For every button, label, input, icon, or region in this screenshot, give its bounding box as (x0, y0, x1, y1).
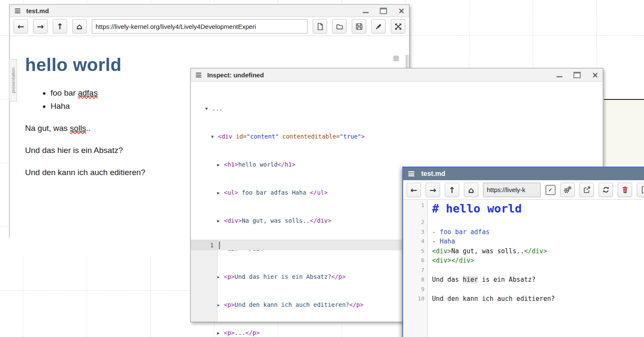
refresh-button[interactable] (599, 183, 613, 197)
delete-button[interactable] (618, 183, 632, 197)
new-file-button[interactable] (637, 183, 644, 197)
editor-line[interactable]: 2 (403, 218, 644, 227)
node-attr: contenteditable= (279, 133, 339, 140)
back-button[interactable]: ← (407, 183, 421, 197)
md-source-heading: # hello world (432, 202, 522, 215)
tree-node[interactable]: ▼<div id="content" contenteditable="true… (191, 132, 603, 141)
maximize-button[interactable] (573, 72, 581, 78)
forward-button[interactable]: → (426, 183, 440, 197)
save-icon (355, 23, 363, 31)
node-text: ... (212, 105, 223, 112)
titlebar: ≡ test.md × (10, 5, 409, 17)
back-button[interactable]: ← (14, 19, 28, 34)
editor-line[interactable]: 4- Haha (403, 237, 644, 246)
line-number: 5 (403, 246, 428, 256)
maximize-icon (573, 72, 581, 78)
auto-update-checkbox[interactable]: ✓ (545, 185, 556, 195)
line-number: 2 (403, 218, 428, 227)
editor-line[interactable]: 8Und das hier is ein Absatz? (403, 275, 644, 285)
settings-button[interactable] (560, 183, 575, 197)
home-icon: ⌂ (76, 22, 82, 31)
highlighted-word: hier (463, 276, 478, 283)
window-markdown-editor: ≡ test.md ← → ↑ ⌂ ✓ (402, 167, 644, 337)
background-panel (604, 99, 644, 164)
node-tag: </ul> (310, 189, 328, 196)
expand-button[interactable] (391, 19, 405, 34)
node-tag: <div> (224, 217, 242, 224)
node-tag: <p> (224, 329, 234, 336)
node-tag: </p> (246, 329, 260, 336)
misspelled-word: solls (70, 124, 86, 133)
line-number: 4 (403, 237, 428, 246)
node-tag: <h1> (224, 161, 238, 168)
expand-triangle-icon[interactable]: ▶ (217, 188, 224, 198)
expand-triangle-icon[interactable]: ▼ (211, 132, 218, 142)
url-input[interactable] (483, 183, 541, 197)
minimize-button[interactable] (556, 73, 562, 77)
new-file-button[interactable] (313, 19, 327, 34)
paragraph-text: Na gut, was (25, 124, 70, 133)
menu-icon[interactable]: ≡ (195, 71, 202, 79)
up-button[interactable]: ↑ (53, 19, 67, 34)
node-tag: > (361, 133, 364, 140)
external-link-icon (583, 186, 591, 194)
new-file-icon (316, 23, 324, 31)
editor-line[interactable]: 5<div>Na gut, was solls..</div> (403, 246, 644, 256)
folder-button[interactable] (332, 19, 347, 34)
editor-line[interactable]: 9 (403, 285, 644, 295)
html-tag: </div> (524, 247, 547, 255)
expand-triangle-icon[interactable]: ▶ (217, 216, 224, 226)
trash-icon (621, 186, 629, 194)
editor-line[interactable]: 10Und den kann ich auch editieren? (403, 294, 644, 304)
minimize-icon (363, 12, 369, 13)
line-number: 7 (403, 266, 428, 275)
home-icon: ⌂ (468, 185, 474, 195)
node-attr-value: "true" (340, 133, 362, 140)
editor-line[interactable]: 1# hello world (403, 200, 644, 218)
minimize-button[interactable] (363, 8, 369, 13)
editor-line[interactable]: 7 (403, 266, 644, 275)
maximize-icon (380, 8, 387, 14)
editor-line[interactable]: 6<div></div> (403, 256, 644, 266)
new-file-icon (640, 186, 644, 194)
scrollbar-thumb[interactable] (393, 56, 399, 61)
close-button[interactable]: × (592, 71, 599, 79)
edit-pencil-icon (375, 23, 383, 31)
window-title: test.md (26, 7, 49, 14)
source-text: is ein Absatz? (478, 276, 535, 283)
line-number: 3 (403, 227, 428, 237)
close-button[interactable]: × (398, 7, 405, 15)
edit-button[interactable] (371, 19, 386, 34)
md-source-list: - Haha (432, 238, 455, 245)
up-button[interactable]: ↑ (445, 183, 459, 197)
node-text: foo bar adfas Haha (238, 189, 310, 196)
editor-line[interactable]: 3- foo bar adfas (403, 227, 644, 237)
expand-arrows-icon (394, 23, 402, 31)
maximize-button[interactable] (380, 8, 387, 14)
markdown-source-editor[interactable]: 1# hello world 2 3- foo bar adfas 4- Hah… (403, 200, 644, 337)
text-cursor (219, 241, 220, 249)
menu-icon[interactable]: ≡ (407, 169, 415, 178)
window-title: Inspect: undefined (207, 71, 264, 79)
home-button[interactable]: ⌂ (464, 183, 478, 197)
up-icon: ↑ (449, 185, 455, 195)
titlebar: ≡ test.md (403, 167, 644, 180)
desktop: ≡ test.md × ← → ↑ ⌂ (0, 0, 644, 337)
expand-triangle-icon[interactable]: ▼ (205, 104, 212, 113)
window-title: test.md (421, 170, 445, 178)
menu-icon[interactable]: ≡ (14, 6, 21, 15)
save-button[interactable] (352, 19, 366, 34)
minimize-icon (556, 76, 562, 77)
line-number-gutter (191, 240, 217, 322)
titlebar: ≡ Inspect: undefined × (191, 68, 603, 82)
tree-node[interactable]: ▼... (191, 104, 603, 113)
open-external-button[interactable] (579, 183, 594, 197)
forward-button[interactable]: → (33, 19, 48, 34)
expand-triangle-icon[interactable]: ▶ (217, 160, 224, 170)
url-input[interactable] (92, 19, 308, 34)
navigation-toolbar: ← → ↑ ⌂ ✓ (403, 180, 644, 200)
expand-triangle-icon[interactable]: ▶ (217, 329, 224, 337)
home-button[interactable]: ⌂ (72, 19, 87, 34)
source-text: Und das (432, 276, 463, 283)
presentation-tab[interactable]: presentation (9, 59, 17, 102)
